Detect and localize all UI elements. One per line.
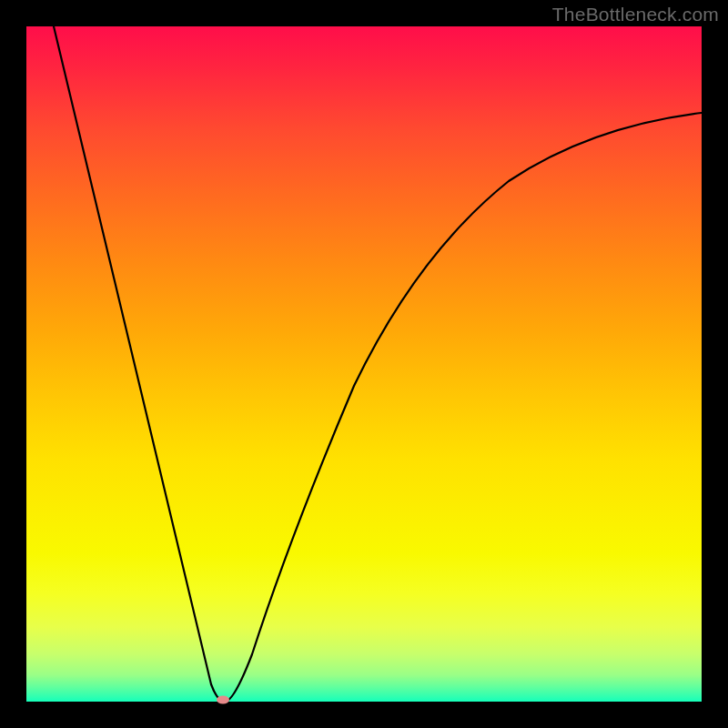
watermark-text: TheBottleneck.com xyxy=(552,4,719,25)
valley-marker xyxy=(217,696,229,704)
bottleneck-curve xyxy=(26,26,702,702)
plot-area xyxy=(26,26,702,702)
chart-frame: TheBottleneck.com xyxy=(0,0,728,728)
